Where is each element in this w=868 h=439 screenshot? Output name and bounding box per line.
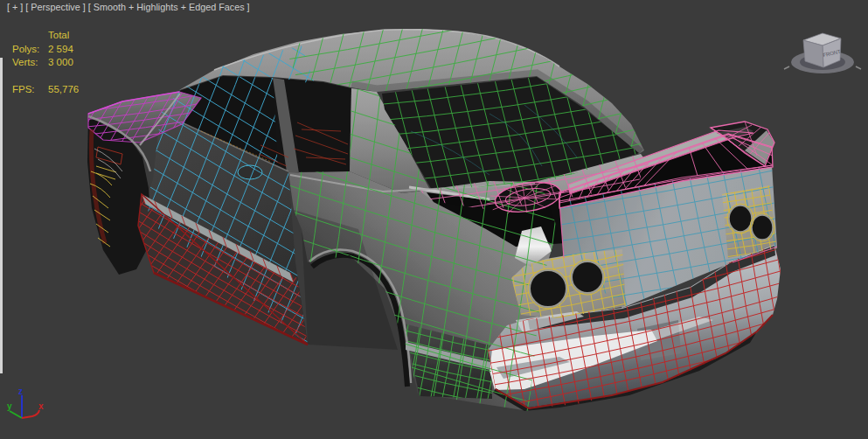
svg-text:[ + ] [ Perspective ] [ Smooth: [ + ] [ Perspective ] [ Smooth + Highlig… [7,2,250,12]
svg-text:z: z [18,387,23,396]
svg-text:Total: Total [48,30,69,40]
svg-text:FPS:: FPS: [12,84,35,94]
svg-text:x: x [38,401,44,411]
svg-text:Polys:: Polys: [12,44,39,54]
svg-text:y: y [7,401,12,411]
svg-text:55,776: 55,776 [48,84,79,94]
svg-text:2 594: 2 594 [48,44,73,54]
svg-text:3 000: 3 000 [48,57,73,67]
svg-text:Verts:: Verts: [12,57,38,67]
